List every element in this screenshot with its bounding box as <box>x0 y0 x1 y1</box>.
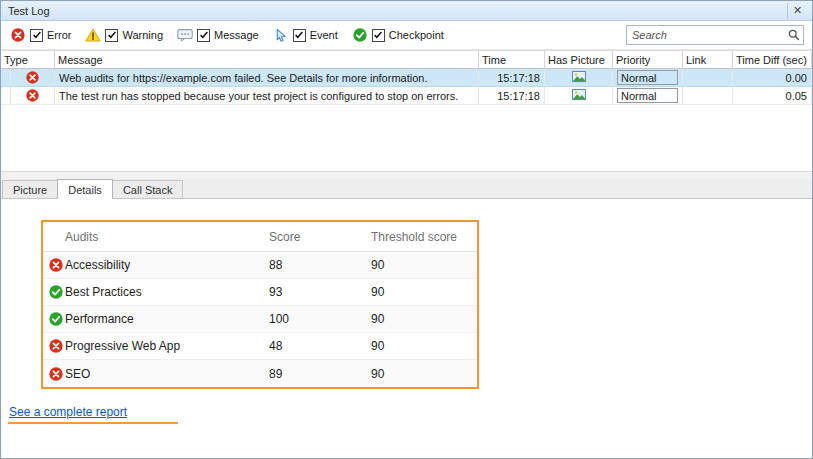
filter-checkpoint: Checkpoint <box>351 27 444 43</box>
has-picture-cell <box>545 69 613 86</box>
warning-icon <box>84 27 102 43</box>
column-header-has-picture[interactable]: Has Picture <box>545 51 613 68</box>
audit-name: SEO <box>65 367 269 381</box>
type-cell <box>1 87 55 104</box>
tab-details[interactable]: Details <box>57 179 113 199</box>
priority-value[interactable]: Normal <box>617 88 678 103</box>
audit-threshold: 90 <box>371 339 477 353</box>
audit-rows: Accessibility 88 90 Best Practices 93 90… <box>43 252 477 387</box>
audit-threshold: 90 <box>371 285 477 299</box>
audit-column-header: Threshold score <box>371 230 477 244</box>
error-icon <box>9 27 27 43</box>
window-title: Test Log <box>8 5 783 17</box>
message-icon <box>176 27 194 43</box>
time-diff-cell: 0.00 <box>733 69 812 86</box>
time-cell: 15:17:18 <box>479 87 545 104</box>
filter-event: Event <box>272 27 338 43</box>
tab-call-stack[interactable]: Call Stack <box>112 180 184 199</box>
close-icon[interactable]: ✕ <box>787 3 807 19</box>
titlebar: Test Log ✕ <box>1 1 812 21</box>
audit-threshold: 90 <box>371 258 477 272</box>
pass-icon <box>47 285 65 299</box>
filter-group: Error Warning Message Event Checkpoint <box>9 27 457 43</box>
report-link[interactable]: See a complete report <box>9 405 127 419</box>
audit-score: 48 <box>269 339 371 353</box>
pass-icon <box>47 312 65 326</box>
audit-score: 88 <box>269 258 371 272</box>
log-row[interactable]: The test run has stopped because your te… <box>1 87 812 105</box>
audit-row: Best Practices 93 90 <box>43 279 477 306</box>
audit-table-highlight: AuditsScoreThreshold score Accessibility… <box>41 220 479 389</box>
audit-name: Progressive Web App <box>65 339 269 353</box>
filter-checkbox[interactable] <box>30 29 43 42</box>
details-pane: Picture Details Call Stack AuditsScoreTh… <box>1 179 812 458</box>
audit-score: 93 <box>269 285 371 299</box>
column-header-priority[interactable]: Priority <box>613 51 683 68</box>
column-header-time-diff-sec-[interactable]: Time Diff (sec) <box>733 51 812 68</box>
audit-score: 89 <box>269 367 371 381</box>
error-icon <box>11 71 54 84</box>
audit-column-header: Audits <box>43 230 269 244</box>
audit-name: Best Practices <box>65 285 269 299</box>
log-empty-area <box>1 105 812 171</box>
link-highlight-marker <box>8 422 178 424</box>
log-header: TypeMessageTimeHas PicturePriorityLinkTi… <box>1 50 812 69</box>
splitter[interactable] <box>1 171 812 179</box>
message-cell: The test run has stopped because your te… <box>55 87 479 104</box>
time-cell: 15:17:18 <box>479 69 545 86</box>
priority-cell: Normal <box>613 87 683 104</box>
priority-cell: Normal <box>613 69 683 86</box>
link-cell <box>683 87 733 104</box>
filter-checkbox[interactable] <box>372 29 385 42</box>
tab-label: Picture <box>13 184 47 196</box>
filter-warning: Warning <box>84 27 163 43</box>
test-log-window: Test Log ✕ Error Warning Message Event C… <box>0 0 813 459</box>
row-marker <box>1 87 11 104</box>
tab-picture[interactable]: Picture <box>2 180 58 199</box>
filter-error: Error <box>9 27 71 43</box>
message-cell: Web audits for https://example.com faile… <box>55 69 479 86</box>
has-picture-cell <box>545 87 613 104</box>
search-box <box>626 25 804 45</box>
audit-threshold: 90 <box>371 312 477 326</box>
search-input[interactable] <box>627 27 785 43</box>
filter-message: Message <box>176 27 259 43</box>
picture-icon[interactable] <box>572 71 586 84</box>
audit-name: Accessibility <box>65 258 269 272</box>
column-header-link[interactable]: Link <box>683 51 733 68</box>
tab-label: Details <box>68 184 102 196</box>
priority-value[interactable]: Normal <box>617 70 678 85</box>
tab-label: Call Stack <box>123 184 173 196</box>
filter-checkbox[interactable] <box>197 29 210 42</box>
audit-column-header: Score <box>269 230 371 244</box>
row-marker <box>1 69 11 86</box>
tabbar: Picture Details Call Stack <box>1 179 812 199</box>
log-row[interactable]: Web audits for https://example.com faile… <box>1 69 812 87</box>
column-header-message[interactable]: Message <box>55 51 479 68</box>
search-icon[interactable] <box>785 26 803 44</box>
filter-label: Event <box>310 29 338 41</box>
audit-threshold: 90 <box>371 367 477 381</box>
filter-checkbox[interactable] <box>105 29 118 42</box>
audit-header: AuditsScoreThreshold score <box>43 222 477 252</box>
audit-row: Accessibility 88 90 <box>43 252 477 279</box>
time-diff-cell: 0.05 <box>733 87 812 104</box>
error-icon <box>47 258 65 272</box>
filter-label: Message <box>214 29 259 41</box>
audit-name: Performance <box>65 312 269 326</box>
error-icon <box>47 367 65 381</box>
filter-checkbox[interactable] <box>293 29 306 42</box>
event-icon <box>272 27 290 43</box>
audit-row: SEO 89 90 <box>43 360 477 387</box>
audit-score: 100 <box>269 312 371 326</box>
column-header-time[interactable]: Time <box>479 51 545 68</box>
checkpoint-icon <box>351 27 369 43</box>
audit-row: Performance 100 90 <box>43 306 477 333</box>
filter-label: Warning <box>122 29 163 41</box>
filter-label: Checkpoint <box>389 29 444 41</box>
column-header-type[interactable]: Type <box>1 51 55 68</box>
filter-label: Error <box>47 29 71 41</box>
log-rows: Web audits for https://example.com faile… <box>1 69 812 105</box>
picture-icon[interactable] <box>572 89 586 102</box>
error-icon <box>11 89 54 102</box>
